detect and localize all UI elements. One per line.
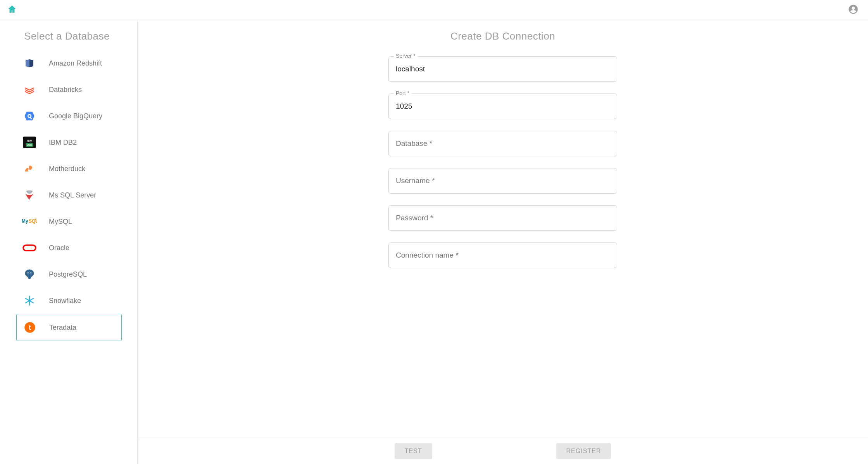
form-wrap: Create DB Connection Server * Port * Dat… <box>138 20 868 438</box>
username-field-container: Username * <box>388 168 617 194</box>
sidebar-item-label: Oracle <box>49 244 69 252</box>
port-field[interactable] <box>396 102 610 111</box>
mysql-icon: MySQL <box>22 215 37 229</box>
sidebar-item-google-bigquery[interactable]: Google BigQuery <box>16 103 122 129</box>
database-list: Amazon Redshift Databricks Google BigQue… <box>16 50 122 341</box>
teradata-icon: t <box>22 320 38 334</box>
sidebar-item-databricks[interactable]: Databricks <box>16 76 122 103</box>
svg-text:IBM: IBM <box>27 139 33 142</box>
account-button[interactable] <box>848 4 859 16</box>
sidebar-item-oracle[interactable]: Oracle <box>16 235 122 261</box>
oracle-icon <box>22 241 37 255</box>
sidebar-item-label: MySQL <box>49 218 72 226</box>
connection-form: Server * Port * Database * Username * Pa <box>388 56 617 268</box>
motherduck-icon <box>22 162 37 176</box>
connection-name-field[interactable] <box>396 251 610 260</box>
sidebar-item-ibm-db2[interactable]: IBMDB2 IBM DB2 <box>16 129 122 156</box>
server-field-container: Server * <box>388 56 617 82</box>
svg-text:t: t <box>29 323 31 331</box>
svg-text:DB2: DB2 <box>27 144 32 146</box>
server-field-label: Server * <box>393 53 418 59</box>
database-field[interactable] <box>396 139 610 148</box>
sidebar-item-amazon-redshift[interactable]: Amazon Redshift <box>16 50 122 76</box>
account-icon <box>848 9 859 16</box>
postgresql-icon <box>22 267 37 281</box>
svg-point-2 <box>29 115 31 117</box>
databricks-icon <box>22 83 37 97</box>
svg-text:My: My <box>22 218 28 224</box>
test-button[interactable]: TEST <box>395 443 432 459</box>
home-button[interactable] <box>7 4 17 16</box>
sidebar-item-label: IBM DB2 <box>49 139 77 147</box>
register-button[interactable]: REGISTER <box>556 443 611 459</box>
layout: Select a Database Amazon Redshift Databr… <box>0 20 868 464</box>
sidebar-item-mssql[interactable]: Ms SQL Server <box>16 182 122 208</box>
sidebar-item-label: Amazon Redshift <box>49 59 102 68</box>
svg-point-11 <box>28 272 29 274</box>
username-field[interactable] <box>396 177 610 185</box>
page-title: Create DB Connection <box>138 30 868 42</box>
svg-rect-10 <box>23 245 36 251</box>
port-field-label: Port * <box>393 90 412 96</box>
sidebar-item-mysql[interactable]: MySQL MySQL <box>16 208 122 235</box>
sidebar-item-snowflake[interactable]: Snowflake <box>16 287 122 314</box>
port-field-container: Port * <box>388 93 617 119</box>
sidebar-item-label: PostgreSQL <box>49 270 87 279</box>
home-icon <box>7 9 17 16</box>
sidebar: Select a Database Amazon Redshift Databr… <box>0 20 138 464</box>
snowflake-icon <box>22 294 37 308</box>
db2-icon: IBMDB2 <box>22 135 37 149</box>
main: Create DB Connection Server * Port * Dat… <box>138 20 868 464</box>
server-field[interactable] <box>396 65 610 73</box>
sidebar-item-label: Google BigQuery <box>49 112 102 120</box>
sidebar-title: Select a Database <box>24 30 122 42</box>
sidebar-item-postgresql[interactable]: PostgreSQL <box>16 261 122 287</box>
sidebar-item-label: Snowflake <box>49 297 81 305</box>
database-field-container: Database * <box>388 131 617 156</box>
topbar <box>0 0 868 20</box>
redshift-icon <box>22 56 37 70</box>
sidebar-item-motherduck[interactable]: Motherduck <box>16 156 122 182</box>
connection-name-field-container: Connection name * <box>388 242 617 268</box>
sidebar-item-label: Teradata <box>49 324 76 332</box>
password-field-container: Password * <box>388 205 617 231</box>
svg-point-12 <box>30 272 31 274</box>
sidebar-item-label: Motherduck <box>49 165 85 173</box>
mssql-icon <box>22 188 37 202</box>
password-field[interactable] <box>396 214 610 222</box>
footer: TEST REGISTER <box>138 438 868 464</box>
bigquery-icon <box>22 109 37 123</box>
sidebar-item-label: Ms SQL Server <box>49 191 96 199</box>
sidebar-item-label: Databricks <box>49 86 82 94</box>
sidebar-item-teradata[interactable]: t Teradata <box>16 314 122 341</box>
